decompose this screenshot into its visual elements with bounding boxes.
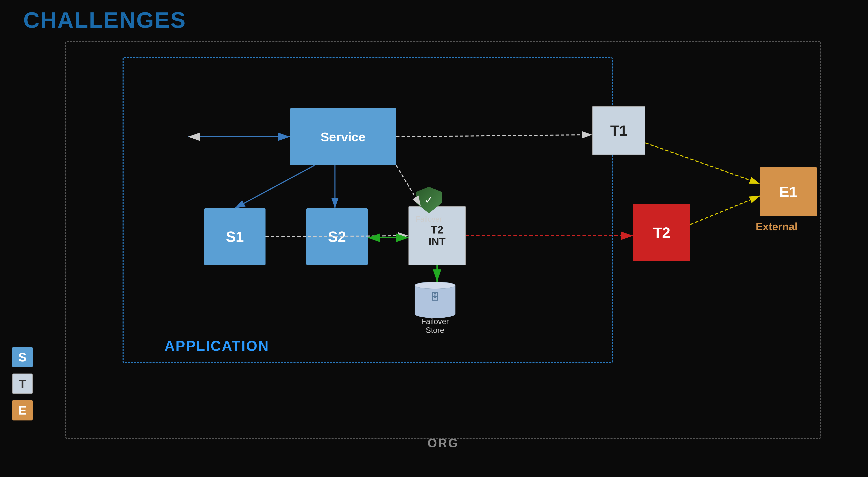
legend: S T E xyxy=(12,347,33,426)
legend-s-box: S xyxy=(12,347,33,368)
legend-s-label: S xyxy=(12,347,33,368)
t2-box: T2 xyxy=(633,204,690,261)
legend-e-label: E xyxy=(12,400,33,420)
s2-box: S2 xyxy=(306,208,368,265)
org-label: ORG xyxy=(428,436,459,450)
external-label: External xyxy=(756,220,798,233)
legend-item-t: T xyxy=(12,374,33,394)
failover-text: Failover xyxy=(416,215,442,223)
service-label: Service xyxy=(321,130,366,144)
s1-box: S1 xyxy=(204,208,266,265)
failover-shield-icon xyxy=(415,187,442,213)
t1-box: T1 xyxy=(592,106,645,155)
e1-label: E1 xyxy=(779,184,797,200)
legend-item-s: S xyxy=(12,347,33,368)
legend-t-box: T xyxy=(12,374,33,394)
legend-e-box: E xyxy=(12,400,33,420)
s1-label: S1 xyxy=(226,228,244,245)
s2-label: S2 xyxy=(328,228,346,245)
failover-store-label: FailoverStore xyxy=(421,317,449,335)
page-title: CHALLENGES xyxy=(23,7,186,33)
service-box: Service xyxy=(290,108,396,165)
legend-t-label: T xyxy=(13,374,32,393)
application-boundary: APPLICATION xyxy=(123,57,613,363)
app-label: APPLICATION xyxy=(164,338,269,354)
t2-label: T2 xyxy=(653,224,670,241)
t2int-label: T2INT xyxy=(429,224,446,247)
failover-icon: Failover xyxy=(408,186,449,224)
legend-item-e: E xyxy=(12,400,33,420)
t1-label: T1 xyxy=(610,122,627,139)
failover-store: 🗄 FailoverStore xyxy=(406,282,464,335)
e1-box: E1 xyxy=(760,167,817,216)
